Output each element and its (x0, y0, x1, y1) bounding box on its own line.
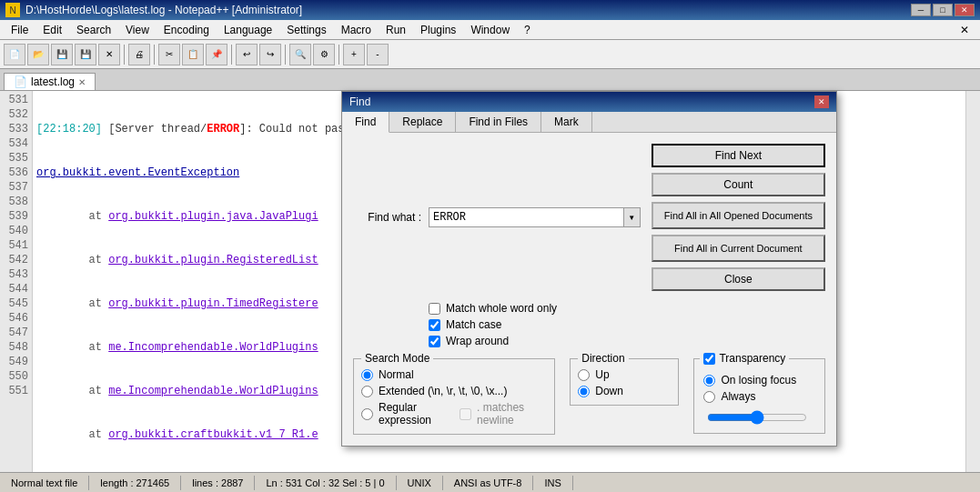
matches-newline-checkbox[interactable] (460, 408, 471, 420)
window-title: D:\HostHorde\Logs\latest.log - Notepad++… (25, 4, 911, 16)
radio-up-label[interactable]: Up (595, 368, 609, 381)
transparency-slider[interactable] (707, 410, 807, 425)
menu-close-btn[interactable]: ✕ (953, 24, 976, 36)
editor-scrollbar[interactable] (965, 91, 980, 472)
toolbar-sep-4 (285, 45, 286, 65)
toolbar-sep-3 (231, 45, 232, 65)
toolbar-paste[interactable]: 📌 (206, 44, 227, 65)
menu-language[interactable]: Language (217, 22, 279, 38)
status-encoding: ANSI as UTF-8 (443, 476, 534, 490)
radio-regex-row: Regular expression . matches newline (361, 401, 547, 427)
dialog-tab-find-in-files[interactable]: Find in Files (456, 112, 541, 132)
toolbar-find[interactable]: 🔍 (289, 44, 311, 65)
status-mode: INS (533, 476, 572, 490)
transparency-checkbox[interactable] (703, 353, 715, 365)
tab-close-button[interactable]: ✕ (78, 77, 86, 87)
radio-on-losing-focus[interactable] (703, 375, 715, 387)
tab-latest-log[interactable]: 📄 latest.log ✕ (4, 73, 96, 90)
find-next-button[interactable]: Find Next (652, 144, 825, 167)
status-position: Ln : 531 Col : 32 Sel : 5 | 0 (255, 476, 396, 490)
radio-extended-label[interactable]: Extended (\n, \r, \t, \0, \x...) (379, 385, 507, 397)
menu-help[interactable]: ? (517, 22, 538, 38)
dialog-tab-find[interactable]: Find (342, 112, 389, 133)
menu-encoding[interactable]: Encoding (157, 22, 217, 38)
minimize-button[interactable]: ─ (911, 4, 931, 16)
toolbar-save[interactable]: 💾 (51, 44, 73, 65)
wrap-around-label[interactable]: Wrap around (446, 335, 509, 347)
menu-plugins[interactable]: Plugins (413, 22, 463, 38)
title-bar: N D:\HostHorde\Logs\latest.log - Notepad… (0, 0, 980, 20)
toolbar-sep-2 (154, 45, 155, 65)
dialog-body: Find what : ▼ Find Next Count Find All i… (342, 133, 836, 446)
match-case-label[interactable]: Match case (446, 318, 501, 331)
status-line-ending: UNIX (397, 476, 443, 490)
menu-file[interactable]: File (4, 22, 35, 38)
match-whole-word-label[interactable]: Match whole word only (446, 302, 557, 315)
toolbar-undo[interactable]: ↩ (236, 44, 258, 65)
toolbar-close[interactable]: ✕ (98, 44, 120, 65)
radio-normal-row: Normal (361, 368, 547, 381)
radio-down-row: Down (578, 385, 671, 397)
toolbar-redo[interactable]: ↪ (259, 44, 281, 65)
toolbar-print[interactable]: 🖨 (128, 44, 150, 65)
toolbar-sep-5 (338, 45, 339, 65)
radio-regex-label[interactable]: Regular expression (379, 401, 454, 427)
close-window-button[interactable]: ✕ (955, 4, 975, 16)
wrap-around-row: Wrap around (429, 335, 825, 347)
menu-macro[interactable]: Macro (334, 22, 379, 38)
find-input[interactable] (429, 207, 624, 227)
transparency-section: Transparency On losing focus Always (693, 358, 825, 434)
menu-settings[interactable]: Settings (279, 22, 333, 38)
radio-always-label[interactable]: Always (721, 390, 755, 403)
radio-down-label[interactable]: Down (595, 385, 623, 397)
count-button[interactable]: Count (652, 173, 825, 196)
find-dropdown-button[interactable]: ▼ (624, 207, 641, 227)
menu-window[interactable]: Window (463, 22, 517, 38)
radio-extended[interactable] (361, 386, 373, 397)
radio-on-losing-focus-label[interactable]: On losing focus (721, 374, 796, 387)
direction-section: Direction Up Down (570, 358, 679, 406)
toolbar-sep-1 (124, 45, 125, 65)
menu-edit[interactable]: Edit (35, 22, 69, 38)
main-area: 531 532 533 534 535 536 537 538 539 540 … (0, 91, 980, 472)
radio-regex[interactable] (361, 408, 373, 420)
toolbar-copy[interactable]: 📋 (182, 44, 204, 65)
find-what-row: Find what : ▼ Find Next Count Find All i… (353, 144, 825, 291)
toolbar-zoom-in[interactable]: + (343, 44, 365, 65)
find-all-current-button[interactable]: Find All in Current Document (652, 235, 825, 262)
dialog-tab-mark[interactable]: Mark (541, 112, 592, 132)
radio-normal[interactable] (361, 369, 373, 381)
maximize-button[interactable]: □ (933, 4, 953, 16)
menu-run[interactable]: Run (379, 22, 413, 38)
radio-always[interactable] (703, 391, 715, 403)
dialog-tab-replace[interactable]: Replace (389, 112, 456, 132)
toolbar-save-all[interactable]: 💾 (75, 44, 96, 65)
toolbar-replace[interactable]: ⚙ (313, 44, 335, 65)
status-length: length : 271465 (89, 476, 181, 490)
toolbar-open[interactable]: 📂 (27, 44, 49, 65)
menu-search[interactable]: Search (69, 22, 118, 38)
find-options: Match whole word only Match case Wrap ar… (429, 302, 825, 347)
toolbar: 📄 📂 💾 💾 ✕ 🖨 ✂ 📋 📌 ↩ ↪ 🔍 ⚙ + - (0, 40, 980, 69)
tab-icon: 📄 (14, 75, 27, 88)
radio-down[interactable] (578, 386, 590, 397)
dialog-close-button[interactable]: ✕ (814, 95, 829, 108)
transparency-label[interactable]: Transparency (719, 352, 785, 365)
direction-options: Up Down (578, 368, 671, 397)
radio-normal-label[interactable]: Normal (379, 368, 414, 381)
match-case-checkbox[interactable] (429, 319, 440, 331)
toolbar-new[interactable]: 📄 (4, 44, 25, 65)
line-numbers: 531 532 533 534 535 536 537 538 539 540 … (0, 91, 33, 472)
radio-up[interactable] (578, 369, 590, 381)
menu-view[interactable]: View (118, 22, 157, 38)
toolbar-cut[interactable]: ✂ (158, 44, 180, 65)
close-dialog-button[interactable]: Close (652, 267, 825, 291)
match-whole-word-row: Match whole word only (429, 302, 825, 315)
toolbar-zoom-out[interactable]: - (367, 44, 389, 65)
transparency-slider-container (703, 410, 815, 427)
wrap-around-checkbox[interactable] (429, 336, 440, 347)
match-whole-word-checkbox[interactable] (429, 303, 440, 315)
find-all-opened-button[interactable]: Find All in All Opened Documents (652, 202, 825, 229)
status-lines: lines : 2887 (181, 476, 255, 490)
direction-label: Direction (578, 352, 628, 365)
